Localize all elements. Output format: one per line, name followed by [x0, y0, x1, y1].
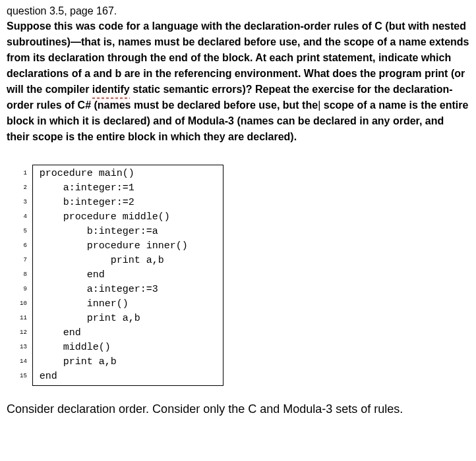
code-line: a:integer:=1 — [40, 181, 216, 196]
code-line: b:integer:=2 — [40, 196, 216, 210]
line-number: 15 — [20, 369, 27, 383]
line-number: 13 — [20, 340, 27, 354]
code-line: end — [40, 268, 216, 283]
code-line: print a,b — [40, 355, 216, 369]
line-number: 5 — [23, 224, 26, 238]
line-number: 7 — [23, 253, 26, 267]
code-line: print a,b — [40, 254, 216, 268]
code-line: procedure main() — [40, 167, 216, 181]
line-number: 10 — [20, 296, 27, 311]
instruction-text: Consider declaration order. Consider onl… — [7, 402, 469, 416]
line-number: 6 — [23, 238, 26, 253]
question-reference: question 3.5, page 167. — [7, 5, 469, 17]
line-number: 3 — [23, 195, 26, 209]
line-number: 1 — [23, 166, 26, 180]
code-block: 1 2 3 4 5 6 7 8 9 10 11 12 13 14 15 proc… — [20, 165, 469, 386]
code-line: a:integer:=3 — [40, 283, 216, 297]
code-line: end — [40, 326, 216, 340]
code-line: middle() — [40, 340, 216, 355]
line-number: 14 — [20, 354, 27, 369]
code-line: procedure middle() — [40, 210, 216, 225]
code-line: end — [40, 369, 216, 384]
line-number: 12 — [20, 325, 27, 340]
line-number: 2 — [23, 180, 26, 195]
code-line: print a,b — [40, 312, 216, 326]
code-line: b:integer:=a — [40, 225, 216, 239]
line-number-gutter: 1 2 3 4 5 6 7 8 9 10 11 12 13 14 15 — [20, 165, 32, 386]
code-line: procedure inner() — [40, 239, 216, 254]
line-number: 8 — [23, 267, 26, 282]
question-text: Suppose this was code for a language wit… — [7, 18, 469, 145]
line-number: 9 — [23, 282, 26, 296]
spellcheck-word: identify — [92, 82, 130, 97]
line-number: 11 — [20, 311, 27, 325]
line-number: 4 — [23, 209, 26, 224]
code-line: inner() — [40, 297, 216, 312]
code-box: procedure main() a:integer:=1 b:integer:… — [32, 165, 223, 386]
